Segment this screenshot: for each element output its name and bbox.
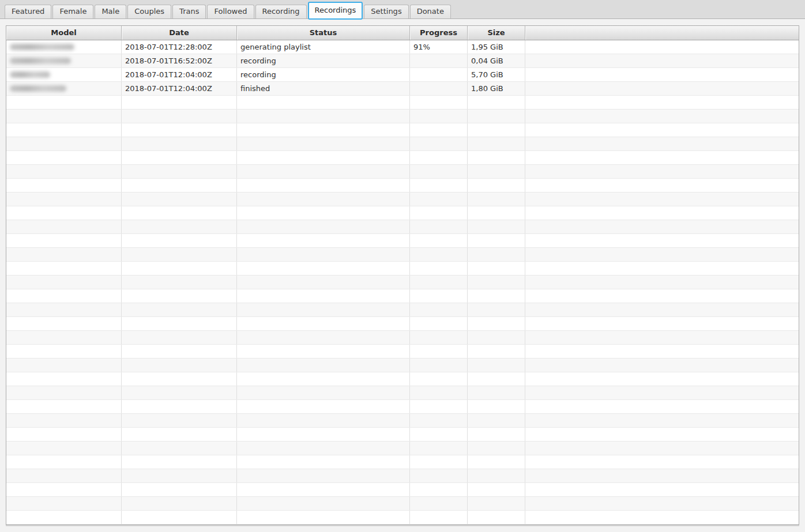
table-cell-empty [6,179,122,192]
table-cell-empty [468,400,525,413]
table-row-empty[interactable] [6,442,799,455]
table-cell-empty [468,165,525,178]
table-cell-empty [6,248,122,261]
table-cell-empty [6,303,122,316]
table-row-empty[interactable] [6,262,799,276]
table-cell-empty [237,511,410,524]
table-row-empty[interactable] [6,400,799,414]
cell-status: recording [237,54,410,67]
table-cell-empty [525,96,799,109]
table-cell-empty [6,386,122,399]
table-cell-empty [410,220,468,233]
table-row-empty[interactable] [6,303,799,317]
table-row-empty[interactable] [6,110,799,123]
table-row-empty[interactable] [6,248,799,262]
tab-male[interactable]: Male [95,5,126,18]
table-cell-empty [468,276,525,289]
table-cell-empty [237,386,410,399]
table-cell-empty [122,248,237,261]
table-cell-empty [410,96,468,109]
table-cell-empty [468,359,525,372]
table-cell-empty [237,428,410,441]
tab-followed[interactable]: Followed [207,5,254,18]
table-row-empty[interactable] [6,345,799,359]
table-cell-empty [237,137,410,150]
column-header-progress[interactable]: Progress [410,26,468,40]
table-cell-empty [6,193,122,206]
table-row-empty[interactable] [6,220,799,234]
cell-date: 2018-07-01T12:04:00Z [122,68,237,81]
table-row-empty[interactable] [6,123,799,137]
column-header-status[interactable]: Status [237,26,410,40]
table-cell-empty [410,137,468,150]
tab-featured[interactable]: Featured [5,5,51,18]
table-row[interactable]: 2018-07-01T12:28:00Z generating playlist… [6,40,799,54]
table-row-empty[interactable] [6,317,799,331]
table-row-empty[interactable] [6,469,799,483]
table-cell-empty [525,110,799,123]
tab-recordings[interactable]: Recordings [308,2,363,20]
table-row-empty[interactable] [6,234,799,248]
column-header-size[interactable]: Size [468,26,525,40]
tab-trans[interactable]: Trans [172,5,206,18]
column-header-model[interactable]: Model [6,26,122,40]
table-row-empty[interactable] [6,414,799,428]
tab-female[interactable]: Female [52,5,93,18]
table-row-empty[interactable] [6,151,799,165]
table-row-empty[interactable] [6,276,799,289]
table-cell-empty [122,234,237,247]
table-cell-empty [122,151,237,164]
table-cell-empty [525,386,799,399]
table-cell-empty [6,276,122,289]
table-row[interactable]: 2018-07-01T16:52:00Z recording 0,04 GiB [6,54,799,68]
table-cell-empty [237,234,410,247]
cell-status: finished [237,82,410,95]
table-cell-empty [6,442,122,455]
column-header-date[interactable]: Date [122,26,237,40]
table-cell-empty [410,400,468,413]
redacted-model-name [10,85,66,92]
tab-recording[interactable]: Recording [255,5,307,18]
table-cell-empty [122,110,237,123]
table-row[interactable]: 2018-07-01T12:04:00Z finished 1,80 GiB [6,82,799,96]
table-row-empty[interactable] [6,386,799,400]
table-cell-empty [410,331,468,344]
table-cell-empty [122,428,237,441]
table-cell-empty [525,345,799,358]
table-row[interactable]: 2018-07-01T12:04:00Z recording 5,70 GiB [6,68,799,82]
table-row-empty[interactable] [6,289,799,303]
table-cell-empty [6,206,122,220]
table-row-empty[interactable] [6,483,799,497]
tab-settings[interactable]: Settings [364,5,408,18]
table-cell-empty [237,400,410,413]
table-row-empty[interactable] [6,165,799,179]
table-row-empty[interactable] [6,137,799,151]
table-row-empty[interactable] [6,331,799,345]
table-cell-empty [468,206,525,220]
table-row-empty[interactable] [6,179,799,193]
table-row-empty[interactable] [6,96,799,110]
table-cell-empty [237,179,410,192]
table-cell-empty [410,262,468,275]
table-cell-empty [410,386,468,399]
table-cell-empty [122,317,237,330]
table-cell-empty [122,372,237,386]
table-row-empty[interactable] [6,206,799,220]
table-cell-empty [237,248,410,261]
table-row-empty[interactable] [6,455,799,469]
table-cell-empty [525,123,799,137]
table-cell-empty [525,511,799,524]
table-row-empty[interactable] [6,428,799,442]
tab-donate[interactable]: Donate [410,5,451,18]
tab-couples[interactable]: Couples [127,5,171,18]
table-cell-empty [237,442,410,455]
table-row-empty[interactable] [6,193,799,206]
table-row-empty[interactable] [6,497,799,511]
redacted-model-name [10,44,74,50]
table-cell-empty [525,483,799,496]
cell-size: 1,95 GiB [468,40,525,54]
table-row-empty[interactable] [6,511,799,525]
table-row-empty[interactable] [6,359,799,372]
table-row-empty[interactable] [6,372,799,386]
cell-model [6,68,122,81]
